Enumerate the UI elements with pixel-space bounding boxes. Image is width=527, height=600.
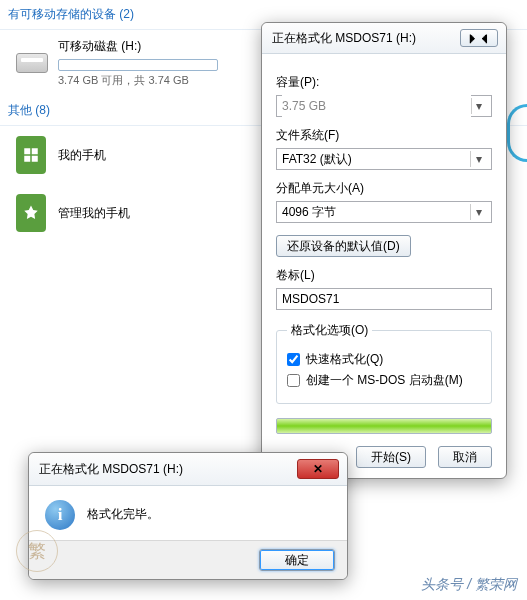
format-progress-bar [276, 418, 492, 434]
format-options-group: 格式化选项(O) 快速格式化(Q) 创建一个 MS-DOS 启动盘(M) [276, 322, 492, 404]
chevron-down-icon: ▾ [470, 151, 486, 167]
partial-cloud-icon [507, 104, 527, 162]
alloc-value: 4096 字节 [282, 204, 336, 221]
filesystem-value: FAT32 (默认) [282, 151, 352, 168]
quick-format-checkbox[interactable] [287, 353, 300, 366]
restore-defaults-button[interactable]: 还原设备的默认值(D) [276, 235, 411, 257]
volume-input[interactable]: MSDOS71 [276, 288, 492, 310]
cancel-button[interactable]: 取消 [438, 446, 492, 468]
filesystem-select[interactable]: FAT32 (默认) ▾ [276, 148, 492, 170]
start-button[interactable]: 开始(S) [356, 446, 426, 468]
storage-bar [58, 59, 218, 71]
capacity-select[interactable]: 3.75 GB ▾ [276, 95, 492, 117]
alloc-label: 分配单元大小(A) [276, 180, 492, 197]
format-dialog-title: 正在格式化 MSDOS71 (H:) [272, 30, 416, 47]
message-text: 格式化完毕。 [87, 500, 159, 523]
dialog-minimize-button[interactable]: ⏵⏴ [460, 29, 498, 47]
quick-format-label: 快速格式化(Q) [306, 351, 383, 368]
format-dialog-titlebar: 正在格式化 MSDOS71 (H:) ⏵⏴ [262, 23, 506, 54]
footer-credit: 头条号 / 繁荣网 [421, 576, 517, 594]
manage-phone-label: 管理我的手机 [58, 205, 130, 222]
chevron-down-icon: ▾ [471, 98, 486, 114]
capacity-value: 3.75 GB [282, 95, 471, 117]
create-dos-row[interactable]: 创建一个 MS-DOS 启动盘(M) [287, 372, 481, 389]
message-dialog-title: 正在格式化 MSDOS71 (H:) [39, 461, 183, 478]
message-dialog-titlebar: 正在格式化 MSDOS71 (H:) ✕ [29, 453, 347, 486]
capacity-label: 容量(P): [276, 74, 492, 91]
manage-phone-icon [16, 194, 46, 232]
info-icon: i [45, 500, 75, 530]
removable-drive-icon [16, 53, 48, 73]
quick-format-row[interactable]: 快速格式化(Q) [287, 351, 481, 368]
phone-icon [16, 136, 46, 174]
filesystem-label: 文件系统(F) [276, 127, 492, 144]
close-icon: ✕ [313, 462, 323, 476]
volume-label: 卷标(L) [276, 267, 492, 284]
alloc-select[interactable]: 4096 字节 ▾ [276, 201, 492, 223]
format-dialog: 正在格式化 MSDOS71 (H:) ⏵⏴ 容量(P): 3.75 GB ▾ 文… [261, 22, 507, 479]
my-phone-label: 我的手机 [58, 147, 106, 164]
format-options-legend: 格式化选项(O) [287, 322, 372, 339]
create-dos-checkbox[interactable] [287, 374, 300, 387]
chevron-down-icon: ▾ [470, 204, 486, 220]
ok-button[interactable]: 确定 [259, 549, 335, 571]
create-dos-label: 创建一个 MS-DOS 启动盘(M) [306, 372, 463, 389]
watermark-seal: 繁 [16, 530, 58, 572]
close-button[interactable]: ✕ [297, 459, 339, 479]
message-dialog: 正在格式化 MSDOS71 (H:) ✕ i 格式化完毕。 确定 [28, 452, 348, 580]
